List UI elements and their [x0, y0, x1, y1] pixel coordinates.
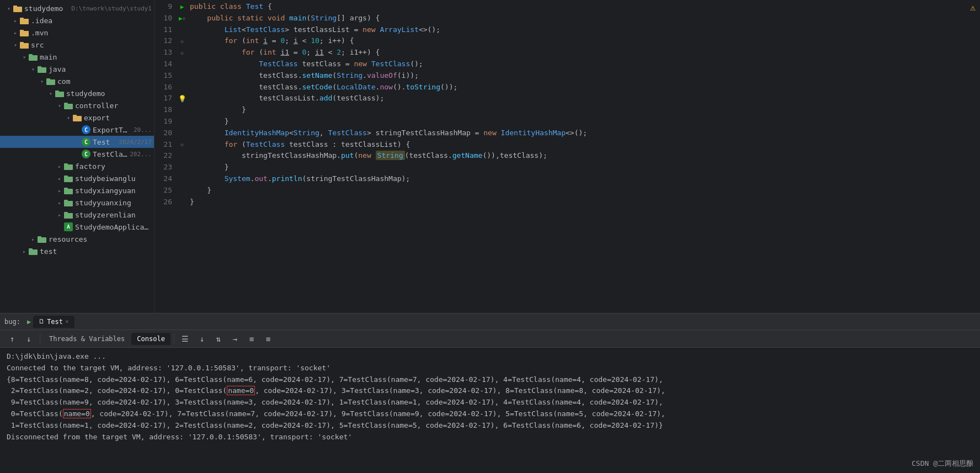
resources-folder-icon — [38, 236, 46, 243]
sidebar-item-resources[interactable]: resources — [0, 233, 154, 245]
sidebar-label-main: main — [40, 53, 152, 61]
code-line-9: public class Test { — [190, 1, 980, 13]
sidebar-item-mvn[interactable]: .mvn — [0, 26, 154, 39]
exporttest-file-icon: C — [82, 125, 90, 134]
console-line-7: 1=TestClass(name=1, code=2024-02-17), 2=… — [7, 420, 973, 432]
debug-settings-btn[interactable]: ≡ — [244, 332, 259, 346]
idea-arrow-icon — [11, 18, 20, 24]
sidebar-item-project-root[interactable]: studydemo D:\tnwork\study\study1 — [0, 2, 154, 14]
studyzerenlian-arrow-icon — [55, 212, 64, 218]
sidebar-item-controller[interactable]: controller — [0, 99, 154, 111]
sidebar-item-export[interactable]: export — [0, 111, 154, 124]
console-line-5: 9=TestClass(name=9, code=2024-02-17), 3=… — [7, 397, 973, 408]
debug-autoscroll-btn[interactable]: ⇅ — [211, 332, 226, 346]
ln-26: 26 — [155, 196, 172, 208]
test-meta: 2024/2/17 — [119, 139, 152, 146]
gutter-21: ◇ — [177, 139, 188, 151]
debug-tab-test[interactable]: 🗋 Test × — [33, 316, 74, 328]
code-line-13: for (int i1 = 0; i1 < 2; i1++) { — [190, 47, 980, 59]
ln-25: 25 — [155, 185, 172, 196]
svg-rect-9 — [29, 54, 33, 56]
debug-tab-threads[interactable]: Threads & Variables — [44, 333, 130, 345]
code-line-24: System.out.println(stringTestClassHashMa… — [190, 173, 980, 185]
code-line-19: } — [190, 116, 980, 127]
watermark: CSDN @二两相思酿 — [912, 459, 973, 469]
sidebar-label-src: src — [31, 41, 152, 49]
file-tree-sidebar: studydemo D:\tnwork\study\study1 .idea .… — [0, 0, 155, 313]
console-tab-label: Console — [137, 335, 165, 343]
sidebar-label-studyzerenlian: studyzerenlian — [75, 211, 152, 219]
gutter-23 — [177, 162, 188, 173]
svg-rect-3 — [20, 18, 24, 20]
sidebar-item-idea[interactable]: .idea — [0, 14, 154, 26]
sidebar-label-studyyuanxing: studyyuanxing — [75, 199, 152, 207]
sidebar-item-studybeiwanglu[interactable]: studybeiwanglu — [0, 172, 154, 184]
sidebar-item-studydemo-app[interactable]: A StudydemoApplicati... — [0, 221, 154, 233]
sidebar-item-factory[interactable]: factory — [0, 160, 154, 172]
ln-10: 10 — [155, 13, 172, 24]
gutter-10[interactable]: ▶ ◇ — [177, 13, 188, 24]
debug-filter-btn[interactable]: ☰ — [178, 332, 193, 346]
idea-folder-icon — [20, 17, 29, 24]
sidebar-label-mvn: .mvn — [31, 29, 152, 37]
sidebar-item-studyzerenlian[interactable]: studyzerenlian — [0, 209, 154, 221]
exporttest-meta: 20... — [134, 126, 152, 134]
resources-arrow-icon — [29, 236, 38, 242]
debug-tab-close-icon[interactable]: × — [65, 318, 69, 325]
svg-rect-31 — [38, 236, 41, 238]
sidebar-item-testclass[interactable]: C TestClass 202... — [0, 148, 154, 160]
gutter-25 — [177, 185, 188, 196]
code-line-12: for (int i = 0; i < 10; i++) { — [190, 35, 980, 47]
sidebar-item-src[interactable]: src — [0, 39, 154, 51]
debug-more-btn[interactable]: ≡ — [260, 332, 276, 346]
debug-scroll-down-btn[interactable]: ↓ — [21, 332, 36, 346]
sidebar-item-studyyuanxing[interactable]: studyyuanxing — [0, 196, 154, 209]
sidebar-label-com: com — [57, 77, 152, 86]
studydemo-folder-icon — [55, 90, 64, 97]
gutter-9[interactable]: ▶ — [177, 1, 188, 13]
sidebar-item-main[interactable]: main — [0, 51, 154, 63]
sidebar-item-studyxiangyuan[interactable]: studyxiangyuan — [0, 184, 154, 196]
studyxiangyuan-folder-icon — [64, 187, 73, 194]
sidebar-label-factory: factory — [75, 162, 152, 171]
sidebar-item-test-folder[interactable]: test — [0, 245, 154, 257]
ln-12: 12 — [155, 35, 172, 47]
sidebar-item-java[interactable]: java — [0, 63, 154, 75]
line-numbers: 9 10 11 12 13 14 15 16 17 18 19 20 21 22… — [155, 0, 177, 313]
testclass-meta: 202... — [130, 151, 152, 158]
code-lines-container: public class Test { public static void m… — [188, 0, 980, 313]
gutter-15 — [177, 70, 188, 82]
studydemo-arrow-icon — [46, 91, 55, 97]
debug-label: bug: — [4, 318, 20, 326]
sidebar-item-com[interactable]: com — [0, 75, 154, 87]
code-line-26: } — [190, 196, 980, 208]
sidebar-item-test[interactable]: C Test 2024/2/17 — [0, 136, 154, 148]
debug-tab-bar: bug: ▶ 🗋 Test × — [0, 313, 980, 330]
ln-18: 18 — [155, 104, 172, 116]
debug-scroll-up-btn[interactable]: ↑ — [4, 332, 20, 346]
sidebar-item-exporttest[interactable]: C ExportTest 20... — [0, 124, 154, 136]
lightbulb-icon[interactable]: 💡 — [178, 95, 187, 103]
project-folder-icon — [13, 5, 22, 12]
sidebar-item-studydemo-pkg[interactable]: studydemo — [0, 87, 154, 99]
java-folder-icon — [38, 66, 46, 73]
gutter-17[interactable]: 💡 — [177, 93, 188, 104]
ln-11: 11 — [155, 24, 172, 36]
debug-scroll-to-end-btn[interactable]: ↓ — [194, 332, 210, 346]
svg-rect-17 — [64, 103, 68, 105]
debug-wrap-btn[interactable]: → — [227, 332, 243, 346]
studyyuanxing-arrow-icon — [55, 200, 64, 206]
console-line-6: 0=TestClass(name=0, code=2024-02-17), 7=… — [7, 408, 973, 420]
controller-arrow-icon — [55, 103, 64, 109]
sidebar-label-studydemo-app: StudydemoApplicati... — [75, 223, 152, 231]
code-editor[interactable]: 9 10 11 12 13 14 15 16 17 18 19 20 21 22… — [155, 0, 980, 313]
debug-tab-play-icon: ▶ — [27, 318, 31, 326]
svg-rect-11 — [38, 66, 41, 68]
src-arrow-icon — [11, 42, 20, 48]
gutter-22 — [177, 150, 188, 162]
svg-rect-33 — [29, 248, 33, 251]
code-line-17: testClassList.add(testClass); — [190, 93, 980, 104]
gutter-16 — [177, 82, 188, 93]
debug-tab-console[interactable]: Console — [131, 333, 171, 345]
gutter-19 — [177, 116, 188, 127]
